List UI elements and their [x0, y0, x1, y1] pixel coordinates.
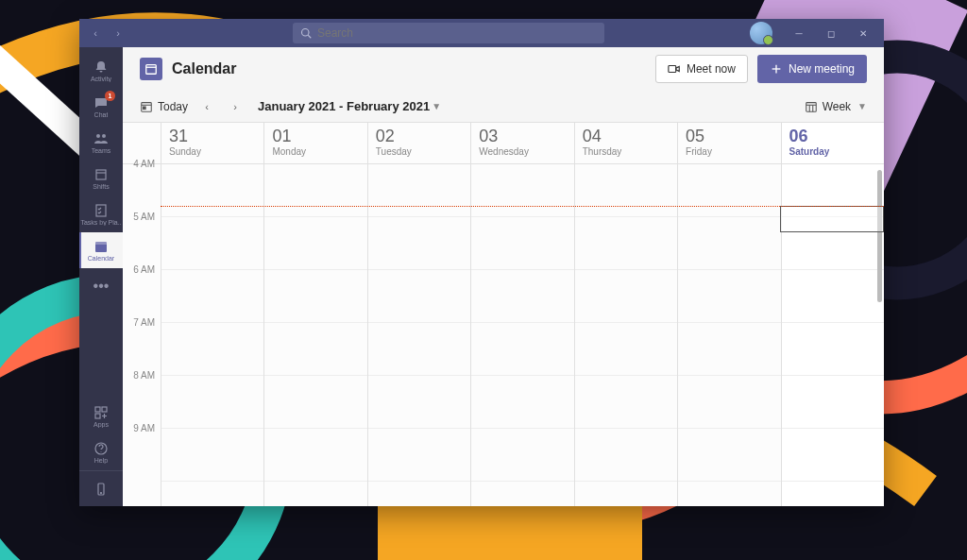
svg-point-19: [101, 492, 102, 493]
scrollbar[interactable]: [877, 170, 882, 302]
new-meeting-button[interactable]: New meeting: [757, 55, 867, 83]
prev-button[interactable]: ‹: [197, 97, 216, 116]
day-column[interactable]: 05Friday: [677, 123, 780, 506]
hour-cell[interactable]: [264, 270, 366, 323]
hour-cell[interactable]: [161, 217, 263, 270]
close-button[interactable]: ✕: [850, 20, 876, 46]
day-column[interactable]: 04Thursday: [574, 123, 677, 506]
view-selector[interactable]: Week ▼: [805, 100, 867, 113]
hour-cell[interactable]: [678, 376, 780, 429]
hour-cell[interactable]: [782, 270, 884, 323]
svg-rect-11: [96, 205, 106, 216]
today-button[interactable]: Today: [140, 100, 188, 113]
video-icon: [668, 62, 681, 76]
search-box[interactable]: [293, 23, 604, 43]
hour-cell[interactable]: [161, 482, 263, 506]
day-header[interactable]: 31Sunday: [161, 123, 263, 164]
day-column[interactable]: 03Wednesday: [470, 123, 573, 506]
hour-cell[interactable]: [471, 323, 573, 376]
day-column[interactable]: 06Saturday: [781, 123, 884, 506]
day-header[interactable]: 04Thursday: [575, 123, 677, 164]
hour-cell[interactable]: [678, 482, 780, 506]
hour-cell[interactable]: [471, 270, 573, 323]
button-label: New meeting: [789, 62, 855, 76]
hour-cell[interactable]: [782, 482, 884, 506]
hour-cell[interactable]: [678, 217, 780, 270]
hour-cell[interactable]: [575, 376, 677, 429]
minimize-button[interactable]: ─: [786, 20, 812, 46]
date-range[interactable]: January 2021 - February 2021 ▼: [254, 99, 441, 113]
hour-cell[interactable]: [161, 429, 263, 482]
back-button[interactable]: ‹: [87, 25, 104, 42]
hour-cell[interactable]: [471, 482, 573, 506]
hour-cell[interactable]: [575, 217, 677, 270]
hour-cell[interactable]: [368, 429, 470, 482]
sidebar-item-shifts[interactable]: Shifts: [79, 161, 123, 196]
hour-cell[interactable]: [368, 164, 470, 217]
time-label: 4 AM: [123, 159, 161, 212]
time-label: 9 AM: [123, 423, 161, 476]
maximize-button[interactable]: ◻: [818, 20, 844, 46]
hour-cell[interactable]: [575, 482, 677, 506]
hour-cell[interactable]: [368, 323, 470, 376]
hour-cell[interactable]: [678, 164, 780, 217]
hour-cell[interactable]: [368, 376, 470, 429]
sidebar-item-chat[interactable]: 1 Chat: [79, 89, 123, 125]
day-header[interactable]: 01Monday: [264, 123, 366, 164]
sidebar-more[interactable]: •••: [79, 268, 123, 304]
hour-cell[interactable]: [575, 164, 677, 217]
hour-cell[interactable]: [264, 164, 366, 217]
sidebar-item-tasks[interactable]: Tasks by Pla..: [79, 196, 123, 232]
hour-cell[interactable]: [678, 323, 780, 376]
svg-rect-22: [669, 66, 676, 73]
hour-cell[interactable]: [368, 217, 470, 270]
hour-cell[interactable]: [368, 270, 470, 323]
hour-cell[interactable]: [575, 270, 677, 323]
help-icon: [93, 441, 109, 456]
search-input[interactable]: [317, 26, 597, 40]
hour-cell[interactable]: [471, 429, 573, 482]
hour-cell[interactable]: [678, 270, 780, 323]
hour-cell[interactable]: [368, 482, 470, 506]
day-header[interactable]: 02Tuesday: [368, 123, 470, 164]
sidebar-item-teams[interactable]: Teams: [79, 125, 123, 161]
hour-cell[interactable]: [161, 323, 263, 376]
hour-cell[interactable]: [471, 376, 573, 429]
hour-cell[interactable]: [264, 376, 366, 429]
calendar-grid[interactable]: 4 AM5 AM6 AM7 AM8 AM9 AM 31Sunday01Monda…: [123, 123, 884, 506]
meet-now-button[interactable]: Meet now: [655, 55, 748, 83]
hour-cell[interactable]: [264, 429, 366, 482]
sidebar-label: Chat: [94, 111, 109, 118]
day-column[interactable]: 02Tuesday: [367, 123, 470, 506]
hour-cell[interactable]: [471, 164, 573, 217]
user-avatar[interactable]: [750, 22, 772, 44]
sidebar-item-calendar[interactable]: Calendar: [79, 232, 123, 268]
plus-icon: [770, 62, 783, 76]
hour-cell[interactable]: [782, 376, 884, 429]
hour-cell[interactable]: [161, 164, 263, 217]
day-column[interactable]: 01Monday: [263, 123, 366, 506]
day-header[interactable]: 06Saturday: [782, 123, 884, 164]
day-column[interactable]: 31Sunday: [161, 123, 263, 506]
hour-cell[interactable]: [471, 217, 573, 270]
sidebar-item-help[interactable]: Help: [79, 434, 123, 470]
hour-cell[interactable]: [678, 429, 780, 482]
hour-cell[interactable]: [782, 429, 884, 482]
hour-cell[interactable]: [575, 429, 677, 482]
hour-cell[interactable]: [264, 482, 366, 506]
day-header[interactable]: 05Friday: [678, 123, 780, 164]
sidebar-item-apps[interactable]: Apps: [79, 399, 123, 434]
day-number: 31: [169, 127, 256, 146]
hour-cell[interactable]: [161, 270, 263, 323]
hour-cell[interactable]: [264, 217, 366, 270]
hour-cell[interactable]: [161, 376, 263, 429]
sidebar-item-activity[interactable]: Activity: [79, 53, 123, 89]
current-time-slot[interactable]: [780, 206, 884, 232]
hour-cell[interactable]: [575, 323, 677, 376]
hour-cell[interactable]: [264, 323, 366, 376]
day-header[interactable]: 03Wednesday: [471, 123, 573, 164]
hour-cell[interactable]: [782, 323, 884, 376]
sidebar-item-mobile[interactable]: [79, 470, 123, 506]
next-button[interactable]: ›: [226, 97, 245, 116]
forward-button[interactable]: ›: [110, 25, 127, 42]
